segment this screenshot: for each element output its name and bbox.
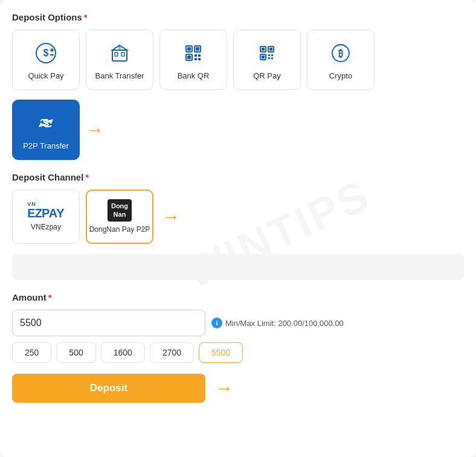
svg-text:$: $ — [43, 48, 49, 58]
svg-rect-6 — [115, 53, 118, 56]
svg-rect-11 — [187, 47, 191, 51]
info-bar — [12, 254, 464, 280]
amount-input-row: i Min/Max Limit: 200.00/100,000.00 — [12, 310, 464, 336]
svg-rect-15 — [187, 56, 191, 59]
dongnan-label: DongNan Pay P2P — [89, 225, 150, 235]
svg-rect-13 — [196, 47, 199, 51]
quick-amount-2700[interactable]: 2700 — [150, 342, 194, 363]
channel-dongnan[interactable]: DongNan DongNan Pay P2P — [86, 190, 153, 244]
bank-transfer-label: Bank Transfer — [95, 71, 144, 80]
channel-vnezpay[interactable]: VN EZ PAY VNEzpay — [12, 190, 80, 244]
amount-input[interactable] — [12, 310, 205, 336]
dongnan-logo: DongNan — [108, 199, 132, 222]
option-qr-pay[interactable]: QR Pay — [233, 30, 301, 90]
deposit-channel-section: Deposit Channel* VN EZ PAY VNEzpay — [12, 172, 464, 244]
limit-info: i Min/Max Limit: 200.00/100,000.00 — [211, 318, 344, 328]
svg-text:$: $ — [118, 45, 121, 50]
svg-rect-19 — [198, 58, 201, 60]
svg-rect-21 — [262, 48, 265, 51]
svg-rect-16 — [195, 54, 197, 57]
main-container: WINTIPS Deposit Options* $ Quick Pay — [0, 0, 476, 457]
qr-pay-label: QR Pay — [253, 71, 281, 80]
option-p2p-transfer[interactable]: $ P2P Transfer — [12, 100, 80, 160]
quick-amount-5500[interactable]: 5500 — [199, 342, 243, 363]
svg-rect-25 — [262, 56, 265, 59]
option-quick-pay[interactable]: $ Quick Pay — [12, 30, 80, 90]
p2p-transfer-label: P2P Transfer — [23, 141, 69, 150]
quick-amount-1600[interactable]: 1600 — [101, 342, 145, 363]
bank-transfer-icon: $ — [106, 40, 133, 66]
svg-text:$: $ — [43, 117, 49, 129]
svg-rect-26 — [268, 54, 270, 56]
quick-pay-icon: $ — [33, 40, 59, 66]
quick-amount-500[interactable]: 500 — [56, 342, 95, 363]
channel-options-row: VN EZ PAY VNEzpay DongNan DongNan Pay P2… — [12, 190, 464, 244]
p2p-transfer-icon: $ — [33, 110, 59, 136]
svg-rect-29 — [271, 57, 273, 59]
quick-amounts: 250 500 1600 2700 5500 — [12, 342, 464, 363]
deposit-arrow-indicator: → — [215, 379, 233, 397]
deposit-options-label: Deposit Options* — [12, 12, 464, 22]
option-bank-transfer[interactable]: $ Bank Transfer — [86, 30, 153, 90]
channel-arrow-indicator: → — [162, 208, 180, 226]
svg-rect-27 — [271, 54, 273, 56]
amount-section: Amount* i Min/Max Limit: 200.00/100,000.… — [12, 292, 464, 363]
limit-text: Min/Max Limit: 200.00/100,000.00 — [225, 319, 344, 328]
vnezpay-label: VNEzpay — [31, 223, 61, 232]
crypto-icon: ₿ — [327, 40, 354, 66]
bank-qr-icon — [180, 40, 207, 66]
deposit-options-row: $ Quick Pay $ — [12, 30, 464, 90]
svg-rect-17 — [198, 54, 201, 57]
info-icon: i — [211, 318, 222, 328]
svg-text:₿: ₿ — [338, 48, 343, 59]
crypto-label: Crypto — [329, 71, 352, 80]
qr-pay-icon — [254, 40, 280, 66]
quick-pay-label: Quick Pay — [28, 71, 63, 80]
p2p-transfer-row: $ P2P Transfer — [12, 100, 464, 160]
bank-qr-label: Bank QR — [178, 71, 210, 80]
deposit-button[interactable]: Deposit — [12, 374, 205, 403]
svg-rect-18 — [195, 58, 197, 60]
option-crypto[interactable]: ₿ Crypto — [307, 30, 375, 90]
vnezpay-logo: VN EZ PAY — [27, 202, 64, 219]
svg-rect-28 — [268, 57, 270, 59]
quick-amount-250[interactable]: 250 — [12, 342, 51, 363]
option-bank-qr[interactable]: Bank QR — [159, 30, 227, 90]
svg-rect-7 — [121, 53, 124, 56]
amount-label: Amount* — [12, 292, 464, 302]
svg-rect-23 — [269, 48, 272, 51]
deposit-channel-label: Deposit Channel* — [12, 172, 464, 182]
p2p-arrow-indicator: → — [86, 121, 104, 139]
deposit-button-row: Deposit → — [12, 374, 464, 403]
